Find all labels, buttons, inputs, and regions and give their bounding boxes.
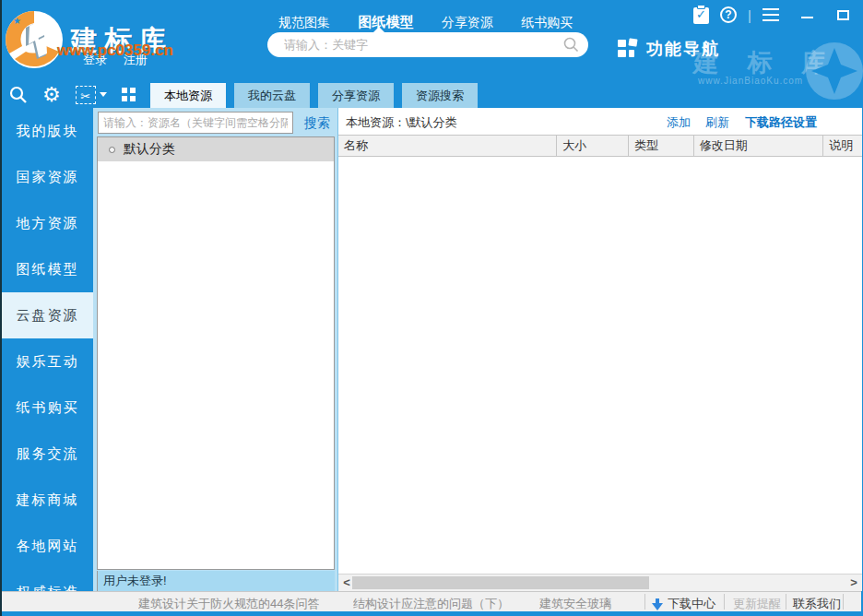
sidebar-item-drawing-models[interactable]: 图纸模型 — [2, 246, 93, 292]
site-watermark: www.pc0359.cn — [57, 41, 173, 60]
toolbar-search-icon[interactable] — [9, 86, 28, 104]
sidebar-item-local-resources[interactable]: 地方资源 — [2, 200, 93, 246]
column-header-type[interactable]: 类型 — [629, 136, 694, 156]
app-window: ★ 建标库 登录 注册 www.pc0359.cn 规范图集 图纸模型 分享资源… — [0, 0, 863, 616]
minimize-button[interactable] — [801, 11, 813, 18]
apps-grid-icon[interactable] — [122, 88, 136, 101]
toolbar: ⚙ ✂ 本地资源 我的云盘 分享资源 资源搜索 — [2, 81, 861, 108]
sidebar-item-national-resources[interactable]: 国家资源 — [2, 154, 93, 200]
resource-search-button[interactable]: 搜索 — [304, 115, 330, 132]
contact-us-button[interactable]: 联系我们 — [793, 596, 841, 612]
toolbar-icons: ⚙ ✂ — [9, 81, 150, 108]
sidebar-item-cloud-resources[interactable]: 云盘资源 — [2, 292, 93, 338]
sidebar-item-regional-sites[interactable]: 各地网站 — [2, 523, 93, 569]
sidebar-item-my-sections[interactable]: 我的版块 — [2, 108, 93, 154]
svg-text:★: ★ — [13, 16, 21, 26]
resource-search-box — [98, 112, 293, 134]
statusbar-divider — [724, 594, 725, 610]
controls-divider: | — [748, 7, 751, 23]
scroll-left-arrow-icon[interactable]: < — [340, 575, 353, 591]
sidebar-item-jianbiao-mall[interactable]: 建标商城 — [2, 477, 93, 523]
help-glyph: ? — [720, 6, 737, 23]
scrollbar-thumb[interactable] — [352, 576, 649, 589]
login-status-bar: 用户未登录! — [97, 571, 335, 591]
file-list-panel: 本地资源：\默认分类 添加 刷新 下载路径设置 名称 大小 类型 修改日期 说明… — [337, 108, 861, 591]
tab-resource-search[interactable]: 资源搜索 — [402, 83, 478, 108]
tab-shared-resources[interactable]: 分享资源 — [318, 83, 394, 108]
nav-item-share-resources[interactable]: 分享资源 — [442, 15, 493, 31]
download-center-label: 下载中心 — [668, 596, 715, 612]
update-reminder-button[interactable]: 更新提醒 — [733, 596, 781, 612]
top-nav: 规范图集 图纸模型 分享资源 纸书购买 — [278, 14, 597, 31]
tree-item-default-category[interactable]: 默认分类 — [98, 137, 334, 161]
app-logo-icon: ★ — [6, 11, 63, 68]
table-header-row: 名称 大小 类型 修改日期 说明 — [338, 135, 862, 157]
search-icon[interactable] — [563, 37, 579, 53]
tab-local-resources[interactable]: 本地资源 — [150, 83, 226, 108]
tab-my-cloud-drive[interactable]: 我的云盘 — [234, 83, 310, 108]
nav-item-drawing-models[interactable]: 图纸模型 — [358, 14, 413, 31]
news-link-structural-design[interactable]: 结构设计应注意的问题（下） — [353, 596, 509, 612]
column-header-size[interactable]: 大小 — [557, 136, 629, 156]
category-tree: 默认分类 — [97, 136, 335, 570]
file-list-header: 本地资源：\默认分类 添加 刷新 下载路径设置 — [338, 108, 862, 135]
scroll-right-arrow-icon[interactable]: > — [847, 575, 860, 591]
column-header-name[interactable]: 名称 — [338, 136, 557, 156]
sidebar: 我的版块 国家资源 地方资源 图纸模型 云盘资源 娱乐互动 纸书购买 服务交流 … — [2, 108, 93, 591]
settings-gear-icon[interactable]: ⚙ — [42, 85, 61, 105]
window-controls: ✓ ? | × — [693, 5, 863, 25]
add-button[interactable]: 添加 — [667, 114, 691, 131]
statusbar-divider — [644, 594, 645, 610]
screenshot-tool-icon[interactable]: ✂ — [76, 86, 107, 104]
resource-search-input[interactable] — [99, 113, 292, 133]
news-link-safety-glass[interactable]: 建筑安全玻璃 — [539, 596, 641, 612]
main-content: 我的版块 国家资源 地方资源 图纸模型 云盘资源 娱乐互动 纸书购买 服务交流 … — [2, 108, 861, 591]
check-glyph: ✓ — [696, 7, 706, 21]
scissors-glyph: ✂ — [80, 90, 90, 103]
news-link-fire-code-qa[interactable]: 建筑设计关于防火规范的44条问答 — [138, 596, 319, 612]
gear-glyph: ⚙ — [42, 85, 61, 105]
download-center-button[interactable]: 下载中心 — [652, 596, 715, 612]
download-arrow-icon — [652, 598, 663, 610]
resource-list-panel: 搜索 默认分类 用户未登录! — [96, 108, 337, 591]
grid-icon — [618, 40, 638, 58]
current-path-label: 本地资源：\默认分类 — [346, 114, 457, 131]
statusbar-divider — [843, 594, 844, 610]
tree-item-label: 默认分类 — [124, 141, 175, 158]
screenshot-dropdown-caret-icon[interactable] — [100, 92, 107, 97]
column-header-description[interactable]: 说明 — [823, 136, 862, 156]
horizontal-scrollbar[interactable]: < > — [338, 574, 862, 591]
clipboard-check-icon[interactable]: ✓ — [693, 6, 709, 24]
sidebar-item-service-exchange[interactable]: 服务交流 — [2, 431, 93, 477]
refresh-button[interactable]: 刷新 — [705, 114, 729, 131]
file-list-body — [338, 157, 862, 574]
global-search-box — [267, 32, 588, 57]
nav-item-book-purchase[interactable]: 纸书购买 — [521, 15, 573, 31]
sidebar-item-entertainment[interactable]: 娱乐互动 — [2, 338, 93, 385]
statusbar-divider — [786, 594, 786, 610]
column-header-modified-date[interactable]: 修改日期 — [694, 136, 824, 156]
help-icon[interactable]: ? — [720, 6, 737, 23]
tree-node-bullet-icon[interactable] — [109, 147, 115, 153]
menu-icon[interactable] — [763, 8, 779, 21]
global-search-input[interactable] — [282, 35, 550, 53]
resource-tabs: 本地资源 我的云盘 分享资源 资源搜索 — [150, 83, 486, 108]
nav-item-standard-atlas[interactable]: 规范图集 — [278, 15, 330, 31]
sidebar-item-book-purchase[interactable]: 纸书购买 — [2, 385, 93, 431]
download-path-settings-button[interactable]: 下载路径设置 — [745, 114, 817, 131]
maximize-button[interactable] — [837, 10, 849, 20]
status-bar: 建筑设计关于防火规范的44条问答 结构设计应注意的问题（下） 建筑安全玻璃 下载… — [2, 591, 861, 611]
